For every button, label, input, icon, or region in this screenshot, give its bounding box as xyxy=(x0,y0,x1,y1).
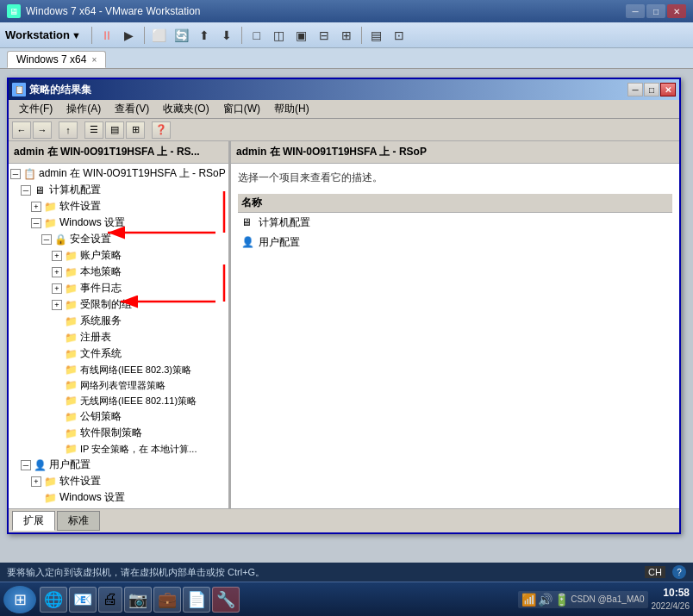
toolbar-btn-5[interactable]: ⬇ xyxy=(215,26,238,45)
inner-forward-button[interactable]: → xyxy=(33,121,52,139)
tree-item-wired-network[interactable]: 📁 有线网络(IEEE 802.3)策略 xyxy=(9,362,228,377)
tree-toggle-security-settings[interactable]: ─ xyxy=(41,234,52,245)
tree-item-computer-config[interactable]: ─ 🖥 计算机配置 xyxy=(9,182,228,198)
tree-item-ip-security[interactable]: 📁 IP 安全策略，在 本地计算... xyxy=(9,441,228,457)
inner-list-button[interactable]: ▤ xyxy=(105,121,124,139)
tree-label-user-config: 用户配置 xyxy=(49,457,91,472)
menu-file[interactable]: 文件(F) xyxy=(12,100,59,118)
tree-item-account-policy[interactable]: + 📁 账户策略 xyxy=(9,247,228,264)
inner-maximize-button[interactable]: □ xyxy=(644,83,659,96)
tree-toggle-restricted-groups[interactable]: + xyxy=(52,300,62,310)
app-icon: 🖥 xyxy=(7,4,21,18)
tree-label-network-list: 网络列表管理器策略 xyxy=(80,379,165,392)
inner-show-hide-button[interactable]: ☰ xyxy=(84,121,103,139)
tree-label-software-settings: 软件设置 xyxy=(59,199,101,214)
menu-help[interactable]: 帮助(H) xyxy=(267,100,316,118)
minimize-button[interactable]: ─ xyxy=(626,4,645,18)
tab-bar: Windows 7 x64 × xyxy=(0,48,693,69)
tree-toggle-account-policy[interactable]: + xyxy=(52,251,62,261)
taskbar-app-browser[interactable]: 🌐 xyxy=(40,587,67,613)
tree-toggle-computer-config[interactable]: ─ xyxy=(21,185,31,196)
taskbar-app-email[interactable]: 📧 xyxy=(69,587,97,613)
tree-icon-account-policy: 📁 xyxy=(64,249,78,263)
toolbar-btn-11[interactable]: ▤ xyxy=(365,26,388,45)
tree-toggle-windows-settings[interactable]: ─ xyxy=(31,218,41,228)
tree-toggle-user-software[interactable]: + xyxy=(31,476,41,487)
inner-help-button[interactable]: ❓ xyxy=(152,121,171,139)
inner-minimize-button[interactable]: ─ xyxy=(627,83,643,96)
tree-item-wireless-network[interactable]: 📁 无线网络(IEEE 802.11)策略 xyxy=(9,393,228,408)
tree-item-filesystem[interactable]: 📁 文件系统 xyxy=(9,345,228,362)
taskbar-battery-icon: 🔋 xyxy=(554,593,569,607)
taskbar-app-doc[interactable]: 📄 xyxy=(183,587,210,613)
tree-item-security-settings[interactable]: ─ 🔒 安全设置 xyxy=(9,231,228,247)
toolbar-btn-12[interactable]: ⊡ xyxy=(388,26,410,45)
tree-toggle-user-config[interactable]: ─ xyxy=(21,460,31,470)
taskbar-app-red[interactable]: 🔧 xyxy=(212,587,240,613)
status-tab-expand[interactable]: 扩展 xyxy=(12,511,55,531)
taskbar-app-media[interactable]: 📷 xyxy=(124,587,152,613)
taskbar-app-folder[interactable]: 💼 xyxy=(153,587,181,613)
help-button[interactable]: ? xyxy=(672,565,686,579)
tree-item-local-policy[interactable]: + 📁 本地策略 xyxy=(9,264,228,280)
vm-tab[interactable]: Windows 7 x64 × xyxy=(7,51,106,68)
tree-toggle-local-policy[interactable]: + xyxy=(52,267,62,277)
tree-item-user-config[interactable]: ─ 👤 用户配置 xyxy=(9,457,228,473)
tree-item-user-software[interactable]: + 📁 软件设置 xyxy=(9,473,228,489)
status-tab-standard[interactable]: 标准 xyxy=(57,511,100,531)
maximize-button[interactable]: □ xyxy=(646,4,665,18)
right-row-user[interactable]: 👤 用户配置 xyxy=(238,233,672,252)
taskbar-app-print[interactable]: 🖨 xyxy=(98,587,122,613)
tree-item-public-key[interactable]: 📁 公钥策略 xyxy=(9,408,228,425)
toolbar-btn-3[interactable]: 🔄 xyxy=(171,26,193,45)
tree-icon-wired-network: 📁 xyxy=(64,363,78,376)
tree-label-wired-network: 有线网络(IEEE 802.3)策略 xyxy=(80,364,191,376)
tree-item-network-list[interactable]: 📁 网络列表管理器策略 xyxy=(9,377,228,393)
menu-action[interactable]: 操作(A) xyxy=(59,100,108,118)
taskbar-volume-icon: 🔊 xyxy=(538,593,553,607)
menu-favorites[interactable]: 收藏夹(O) xyxy=(156,100,215,118)
workstation-dropdown[interactable]: ▼ xyxy=(72,30,81,40)
tree-item-software-settings[interactable]: + 📁 软件设置 xyxy=(9,198,228,215)
tree-item-system-services[interactable]: 📁 系统服务 xyxy=(9,313,228,329)
toolbar-separator-2 xyxy=(144,27,145,44)
menu-window[interactable]: 窗口(W) xyxy=(216,100,267,118)
inner-close-button[interactable]: ✕ xyxy=(660,83,676,96)
toolbar-btn-6[interactable]: □ xyxy=(246,26,268,45)
menu-view[interactable]: 查看(V) xyxy=(108,100,156,118)
toolbar-btn-4[interactable]: ⬆ xyxy=(193,26,215,45)
right-row-computer[interactable]: 🖥 计算机配置 xyxy=(238,213,672,233)
tree-item-registry[interactable]: 📁 注册表 xyxy=(9,329,228,345)
close-button[interactable]: ✕ xyxy=(667,4,686,18)
pause-button[interactable]: ⏸ xyxy=(96,26,118,45)
toolbar-btn-7[interactable]: ◫ xyxy=(268,26,290,45)
tree-icon-security-settings: 🔒 xyxy=(53,233,67,246)
tree-item-restricted-groups[interactable]: + 📁 受限制的组 xyxy=(9,296,228,313)
tree-panel: admin 在 WIN-0O91T19HSFA 上 - RS... ─ 📋 ad… xyxy=(9,141,231,512)
tree-toggle-event-log[interactable]: + xyxy=(52,283,62,294)
inner-window-title: 策略的结果集 xyxy=(29,83,627,97)
tree-icon-event-log: 📁 xyxy=(64,282,78,296)
inner-window-icon: 📋 xyxy=(12,83,26,96)
toolbar-btn-2[interactable]: ⬜ xyxy=(148,26,171,45)
tree-icon-filesystem: 📁 xyxy=(64,347,78,361)
start-button[interactable]: ⊞ xyxy=(3,586,36,613)
tree-item-event-log[interactable]: + 📁 事件日志 xyxy=(9,280,228,296)
toolbar-btn-10[interactable]: ⊞ xyxy=(335,26,358,45)
title-bar: 🖥 Windows 7 x64 - VMware Workstation ─ □… xyxy=(0,0,693,22)
tree-icon-local-policy: 📁 xyxy=(64,265,78,279)
toolbar-btn-9[interactable]: ⊟ xyxy=(313,26,335,45)
toolbar-btn-8[interactable]: ▣ xyxy=(290,26,313,45)
toolbar-btn-1[interactable]: ▶ xyxy=(118,26,140,45)
tree-root-toggle[interactable]: ─ xyxy=(10,169,21,179)
tree-item-windows-settings[interactable]: ─ 📁 Windows 设置 xyxy=(9,215,228,231)
toolbar-separator-3 xyxy=(241,27,242,44)
inner-grid-button[interactable]: ⊞ xyxy=(126,121,145,139)
tree-item-software-restriction[interactable]: 📁 软件限制策略 xyxy=(9,425,228,441)
tree-toggle-software-settings[interactable]: + xyxy=(31,202,41,212)
inner-back-button[interactable]: ← xyxy=(12,121,31,139)
tree-root-item[interactable]: ─ 📋 admin 在 WIN-0O91T19HSFA 上 - RSoP xyxy=(9,165,228,182)
inner-up-button[interactable]: ↑ xyxy=(59,121,78,139)
tree-item-user-windows[interactable]: 📁 Windows 设置 xyxy=(9,489,228,506)
tab-close-button[interactable]: × xyxy=(91,55,97,65)
